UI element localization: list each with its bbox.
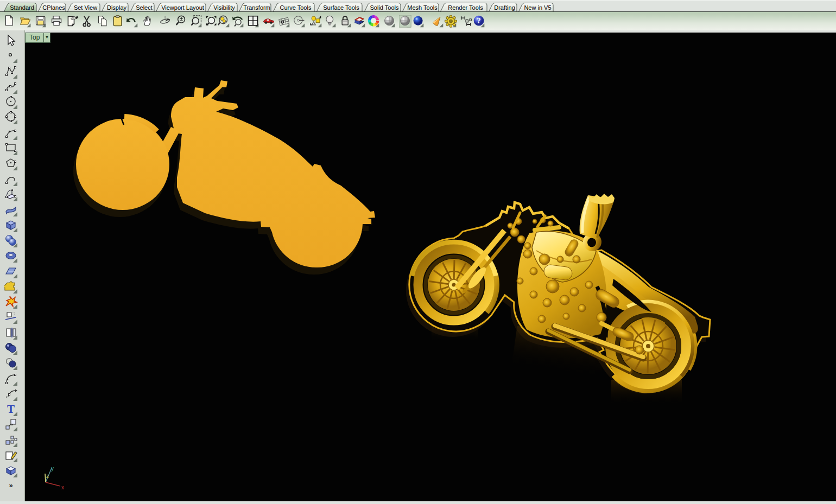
svg-text:Select: Select	[136, 4, 153, 11]
svg-text:Visibility: Visibility	[213, 4, 235, 11]
svg-text:Mesh Tools: Mesh Tools	[407, 4, 438, 11]
svg-text:Set View: Set View	[74, 4, 97, 11]
svg-text:Drafting: Drafting	[494, 4, 515, 11]
svg-text:T: T	[7, 403, 15, 416]
svg-text:Display: Display	[107, 4, 127, 11]
svg-text:x: x	[61, 484, 64, 490]
svg-text:Standard: Standard	[10, 4, 34, 11]
svg-text:»: »	[9, 481, 12, 489]
svg-text:Viewport Layout: Viewport Layout	[161, 4, 204, 11]
svg-text:Surface Tools: Surface Tools	[323, 4, 359, 11]
svg-text:?: ?	[477, 16, 480, 25]
svg-text:Solid Tools: Solid Tools	[370, 4, 399, 11]
svg-text:Transform: Transform	[243, 4, 270, 11]
svg-text:New in V5: New in V5	[524, 4, 551, 11]
svg-text:Curve Tools: Curve Tools	[280, 4, 312, 11]
svg-text:Render Tools: Render Tools	[448, 4, 483, 11]
svg-text:z: z	[46, 473, 49, 479]
svg-text:y: y	[51, 465, 54, 471]
svg-text:CPlanes: CPlanes	[42, 4, 65, 11]
